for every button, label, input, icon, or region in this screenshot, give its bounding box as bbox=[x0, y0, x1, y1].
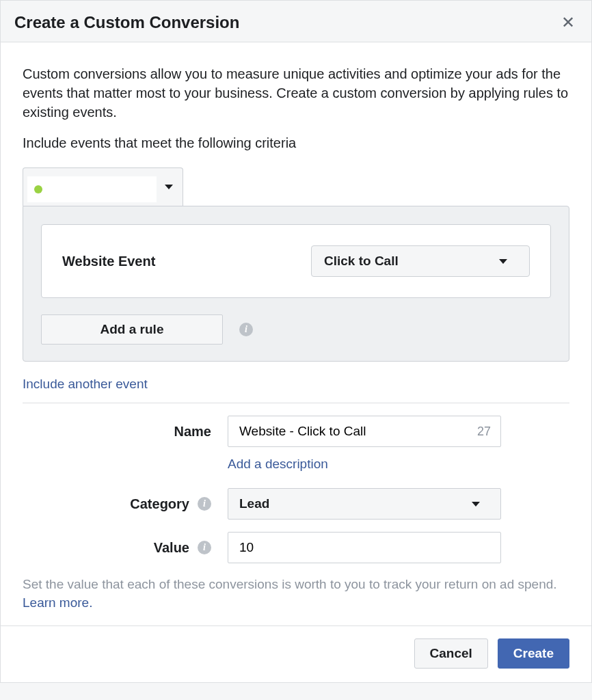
modal-title: Create a Custom Conversion bbox=[14, 13, 239, 32]
event-criteria-box: Website Event Click to Call Add a rule i bbox=[23, 206, 569, 362]
value-input[interactable] bbox=[238, 539, 491, 556]
add-description-link[interactable]: Add a description bbox=[228, 457, 328, 472]
name-label: Name bbox=[174, 424, 211, 440]
modal-body: Custom conversions allow you to measure … bbox=[1, 42, 591, 612]
modal-footer: Cancel Create bbox=[1, 625, 591, 682]
category-value: Lead bbox=[239, 496, 269, 511]
status-dot-icon bbox=[34, 185, 42, 193]
name-char-count: 27 bbox=[477, 425, 491, 439]
website-event-label: Website Event bbox=[62, 254, 155, 269]
modal-header: Create a Custom Conversion ✕ bbox=[1, 1, 591, 42]
value-input-wrapper bbox=[228, 532, 501, 563]
website-event-row: Website Event Click to Call bbox=[41, 224, 551, 298]
intro-text: Custom conversions allow you to measure … bbox=[23, 64, 569, 122]
website-event-dropdown[interactable]: Click to Call bbox=[311, 245, 530, 277]
category-dropdown[interactable]: Lead bbox=[228, 488, 501, 520]
learn-more-link[interactable]: Learn more. bbox=[23, 594, 92, 612]
caret-down-icon bbox=[165, 185, 173, 189]
custom-conversion-modal: Create a Custom Conversion ✕ Custom conv… bbox=[0, 0, 592, 683]
create-button[interactable]: Create bbox=[498, 638, 569, 669]
name-input[interactable] bbox=[238, 423, 477, 440]
category-label: Category bbox=[130, 496, 189, 512]
caret-down-icon bbox=[499, 259, 507, 264]
criteria-label: Include events that meet the following c… bbox=[23, 135, 569, 151]
add-rule-button[interactable]: Add a rule bbox=[41, 314, 223, 345]
pixel-select[interactable] bbox=[23, 167, 183, 206]
info-icon[interactable]: i bbox=[198, 541, 211, 554]
info-icon[interactable]: i bbox=[239, 323, 253, 336]
website-event-value: Click to Call bbox=[324, 254, 399, 269]
divider bbox=[23, 403, 569, 403]
close-icon[interactable]: ✕ bbox=[559, 13, 578, 32]
value-label: Value bbox=[154, 540, 189, 556]
include-another-event-link[interactable]: Include another event bbox=[23, 377, 148, 392]
value-helper-text: Set the value that each of these convers… bbox=[23, 576, 569, 612]
name-input-wrapper: 27 bbox=[228, 416, 501, 447]
info-icon[interactable]: i bbox=[198, 497, 211, 511]
caret-down-icon bbox=[472, 502, 480, 507]
cancel-button[interactable]: Cancel bbox=[414, 638, 488, 669]
